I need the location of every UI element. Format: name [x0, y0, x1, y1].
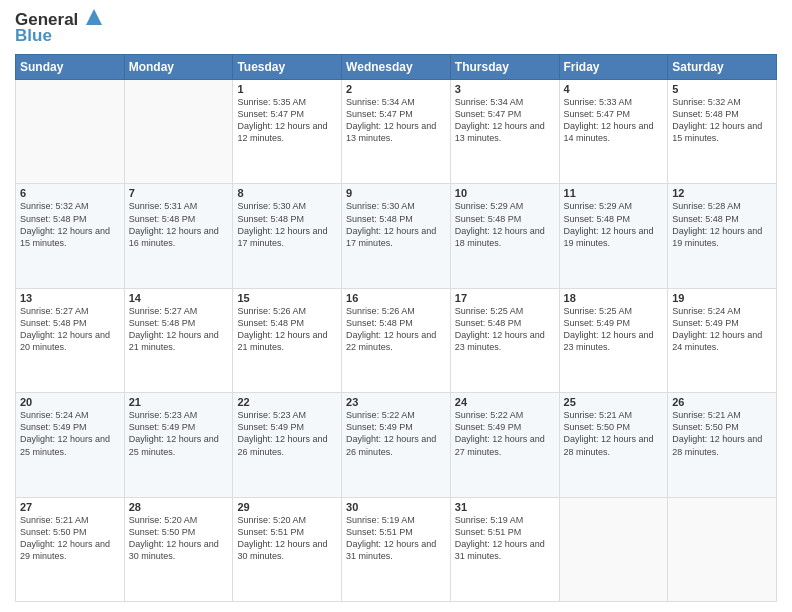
week-row-3: 13Sunrise: 5:27 AMSunset: 5:48 PMDayligh…: [16, 288, 777, 392]
day-cell: [16, 80, 125, 184]
day-cell: 10Sunrise: 5:29 AMSunset: 5:48 PMDayligh…: [450, 184, 559, 288]
weekday-header-tuesday: Tuesday: [233, 55, 342, 80]
day-info: Sunrise: 5:24 AMSunset: 5:49 PMDaylight:…: [20, 409, 120, 458]
day-cell: 28Sunrise: 5:20 AMSunset: 5:50 PMDayligh…: [124, 497, 233, 601]
day-number: 30: [346, 501, 446, 513]
day-info: Sunrise: 5:30 AMSunset: 5:48 PMDaylight:…: [237, 200, 337, 249]
day-cell: 8Sunrise: 5:30 AMSunset: 5:48 PMDaylight…: [233, 184, 342, 288]
day-cell: 29Sunrise: 5:20 AMSunset: 5:51 PMDayligh…: [233, 497, 342, 601]
week-row-2: 6Sunrise: 5:32 AMSunset: 5:48 PMDaylight…: [16, 184, 777, 288]
weekday-header-wednesday: Wednesday: [342, 55, 451, 80]
day-cell: 4Sunrise: 5:33 AMSunset: 5:47 PMDaylight…: [559, 80, 668, 184]
day-info: Sunrise: 5:26 AMSunset: 5:48 PMDaylight:…: [346, 305, 446, 354]
weekday-header-friday: Friday: [559, 55, 668, 80]
day-number: 6: [20, 187, 120, 199]
day-number: 17: [455, 292, 555, 304]
day-cell: 1Sunrise: 5:35 AMSunset: 5:47 PMDaylight…: [233, 80, 342, 184]
day-info: Sunrise: 5:34 AMSunset: 5:47 PMDaylight:…: [455, 96, 555, 145]
day-number: 2: [346, 83, 446, 95]
day-info: Sunrise: 5:30 AMSunset: 5:48 PMDaylight:…: [346, 200, 446, 249]
day-info: Sunrise: 5:21 AMSunset: 5:50 PMDaylight:…: [20, 514, 120, 563]
day-info: Sunrise: 5:23 AMSunset: 5:49 PMDaylight:…: [129, 409, 229, 458]
day-number: 11: [564, 187, 664, 199]
calendar-table: SundayMondayTuesdayWednesdayThursdayFrid…: [15, 54, 777, 602]
day-number: 21: [129, 396, 229, 408]
day-info: Sunrise: 5:26 AMSunset: 5:48 PMDaylight:…: [237, 305, 337, 354]
weekday-header-sunday: Sunday: [16, 55, 125, 80]
day-number: 29: [237, 501, 337, 513]
day-cell: 27Sunrise: 5:21 AMSunset: 5:50 PMDayligh…: [16, 497, 125, 601]
day-info: Sunrise: 5:22 AMSunset: 5:49 PMDaylight:…: [455, 409, 555, 458]
day-info: Sunrise: 5:25 AMSunset: 5:49 PMDaylight:…: [564, 305, 664, 354]
day-number: 20: [20, 396, 120, 408]
day-number: 31: [455, 501, 555, 513]
day-info: Sunrise: 5:34 AMSunset: 5:47 PMDaylight:…: [346, 96, 446, 145]
day-info: Sunrise: 5:29 AMSunset: 5:48 PMDaylight:…: [564, 200, 664, 249]
day-info: Sunrise: 5:32 AMSunset: 5:48 PMDaylight:…: [20, 200, 120, 249]
day-info: Sunrise: 5:24 AMSunset: 5:49 PMDaylight:…: [672, 305, 772, 354]
week-row-5: 27Sunrise: 5:21 AMSunset: 5:50 PMDayligh…: [16, 497, 777, 601]
day-number: 1: [237, 83, 337, 95]
day-cell: 17Sunrise: 5:25 AMSunset: 5:48 PMDayligh…: [450, 288, 559, 392]
day-info: Sunrise: 5:33 AMSunset: 5:47 PMDaylight:…: [564, 96, 664, 145]
day-cell: 25Sunrise: 5:21 AMSunset: 5:50 PMDayligh…: [559, 393, 668, 497]
day-number: 22: [237, 396, 337, 408]
day-info: Sunrise: 5:20 AMSunset: 5:50 PMDaylight:…: [129, 514, 229, 563]
day-cell: [559, 497, 668, 601]
day-cell: 5Sunrise: 5:32 AMSunset: 5:48 PMDaylight…: [668, 80, 777, 184]
day-cell: 12Sunrise: 5:28 AMSunset: 5:48 PMDayligh…: [668, 184, 777, 288]
day-cell: 13Sunrise: 5:27 AMSunset: 5:48 PMDayligh…: [16, 288, 125, 392]
day-info: Sunrise: 5:22 AMSunset: 5:49 PMDaylight:…: [346, 409, 446, 458]
day-cell: [124, 80, 233, 184]
svg-marker-0: [86, 9, 102, 25]
day-cell: 9Sunrise: 5:30 AMSunset: 5:48 PMDaylight…: [342, 184, 451, 288]
day-number: 7: [129, 187, 229, 199]
day-info: Sunrise: 5:25 AMSunset: 5:48 PMDaylight:…: [455, 305, 555, 354]
day-number: 28: [129, 501, 229, 513]
weekday-header-row: SundayMondayTuesdayWednesdayThursdayFrid…: [16, 55, 777, 80]
day-number: 24: [455, 396, 555, 408]
day-info: Sunrise: 5:23 AMSunset: 5:49 PMDaylight:…: [237, 409, 337, 458]
week-row-4: 20Sunrise: 5:24 AMSunset: 5:49 PMDayligh…: [16, 393, 777, 497]
day-number: 19: [672, 292, 772, 304]
day-info: Sunrise: 5:28 AMSunset: 5:48 PMDaylight:…: [672, 200, 772, 249]
day-cell: 24Sunrise: 5:22 AMSunset: 5:49 PMDayligh…: [450, 393, 559, 497]
day-cell: 15Sunrise: 5:26 AMSunset: 5:48 PMDayligh…: [233, 288, 342, 392]
day-info: Sunrise: 5:20 AMSunset: 5:51 PMDaylight:…: [237, 514, 337, 563]
day-number: 8: [237, 187, 337, 199]
day-number: 3: [455, 83, 555, 95]
day-cell: 2Sunrise: 5:34 AMSunset: 5:47 PMDaylight…: [342, 80, 451, 184]
day-number: 16: [346, 292, 446, 304]
day-number: 23: [346, 396, 446, 408]
day-info: Sunrise: 5:29 AMSunset: 5:48 PMDaylight:…: [455, 200, 555, 249]
day-info: Sunrise: 5:31 AMSunset: 5:48 PMDaylight:…: [129, 200, 229, 249]
logo-icon: [80, 7, 102, 29]
day-cell: 20Sunrise: 5:24 AMSunset: 5:49 PMDayligh…: [16, 393, 125, 497]
day-cell: 3Sunrise: 5:34 AMSunset: 5:47 PMDaylight…: [450, 80, 559, 184]
weekday-header-saturday: Saturday: [668, 55, 777, 80]
page: General Blue SundayMondayTuesdayWednesda…: [0, 0, 792, 612]
day-cell: 31Sunrise: 5:19 AMSunset: 5:51 PMDayligh…: [450, 497, 559, 601]
day-number: 12: [672, 187, 772, 199]
day-number: 18: [564, 292, 664, 304]
day-cell: 16Sunrise: 5:26 AMSunset: 5:48 PMDayligh…: [342, 288, 451, 392]
day-cell: 23Sunrise: 5:22 AMSunset: 5:49 PMDayligh…: [342, 393, 451, 497]
day-info: Sunrise: 5:19 AMSunset: 5:51 PMDaylight:…: [455, 514, 555, 563]
day-cell: 14Sunrise: 5:27 AMSunset: 5:48 PMDayligh…: [124, 288, 233, 392]
day-info: Sunrise: 5:21 AMSunset: 5:50 PMDaylight:…: [564, 409, 664, 458]
day-number: 9: [346, 187, 446, 199]
day-cell: 21Sunrise: 5:23 AMSunset: 5:49 PMDayligh…: [124, 393, 233, 497]
day-info: Sunrise: 5:19 AMSunset: 5:51 PMDaylight:…: [346, 514, 446, 563]
day-number: 25: [564, 396, 664, 408]
day-info: Sunrise: 5:32 AMSunset: 5:48 PMDaylight:…: [672, 96, 772, 145]
day-number: 27: [20, 501, 120, 513]
logo-blue: Blue: [15, 26, 52, 46]
day-cell: 6Sunrise: 5:32 AMSunset: 5:48 PMDaylight…: [16, 184, 125, 288]
header: General Blue: [15, 10, 777, 46]
day-info: Sunrise: 5:27 AMSunset: 5:48 PMDaylight:…: [129, 305, 229, 354]
day-info: Sunrise: 5:27 AMSunset: 5:48 PMDaylight:…: [20, 305, 120, 354]
day-number: 14: [129, 292, 229, 304]
day-cell: [668, 497, 777, 601]
logo: General Blue: [15, 10, 102, 46]
day-number: 4: [564, 83, 664, 95]
